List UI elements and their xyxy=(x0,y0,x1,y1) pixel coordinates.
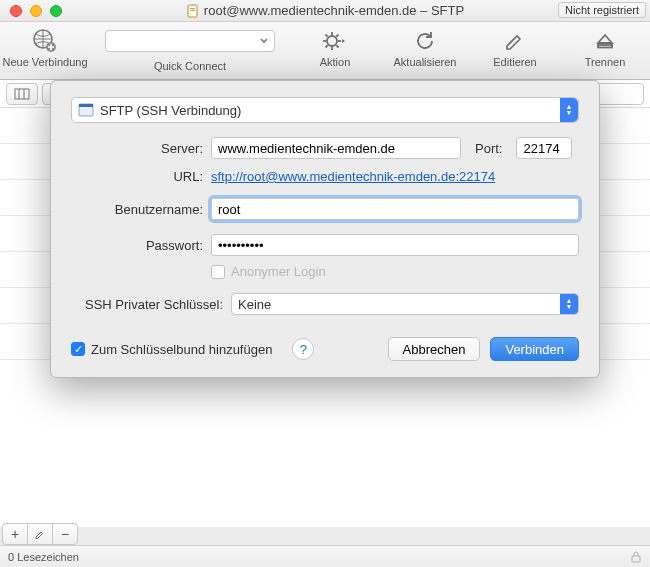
add-bookmark-button[interactable]: + xyxy=(2,523,28,545)
svg-line-13 xyxy=(336,35,338,37)
pencil-icon xyxy=(503,29,527,53)
anonymous-login-checkbox: Anonymer Login xyxy=(211,264,326,279)
refresh-label: Aktualisieren xyxy=(380,56,470,68)
status-bar: 0 Lesezeichen xyxy=(0,545,650,567)
username-input[interactable] xyxy=(211,198,579,220)
bookmarks-count: 0 Lesezeichen xyxy=(8,551,79,563)
add-keychain-label: Zum Schlüsselbund hinzufügen xyxy=(91,342,272,357)
port-input[interactable] xyxy=(516,137,572,159)
svg-line-12 xyxy=(326,45,328,47)
window-title: root@www.medientechnik-emden.de – SFTP xyxy=(204,3,464,18)
columns-icon xyxy=(14,88,30,100)
anonymous-login-label: Anonymer Login xyxy=(231,264,326,279)
add-keychain-checkbox[interactable]: Zum Schlüsselbund hinzufügen xyxy=(71,342,272,357)
checkbox-icon xyxy=(211,265,225,279)
svg-rect-21 xyxy=(632,556,640,562)
close-window-button[interactable] xyxy=(10,5,22,17)
cancel-button[interactable]: Abbrechen xyxy=(388,337,481,361)
checkbox-checked-icon xyxy=(71,342,85,356)
minus-icon: − xyxy=(61,526,69,542)
svg-rect-20 xyxy=(79,104,93,107)
svg-rect-14 xyxy=(598,45,612,48)
edit-bookmark-button[interactable] xyxy=(27,523,53,545)
refresh-button[interactable]: Aktualisieren xyxy=(380,26,470,68)
bottom-button-group: + − xyxy=(2,523,78,545)
port-label: Port: xyxy=(475,141,510,156)
gear-icon xyxy=(321,30,349,52)
window-controls xyxy=(0,5,62,17)
minimize-window-button[interactable] xyxy=(30,5,42,17)
password-label: Passwort: xyxy=(71,238,211,253)
action-button[interactable]: Aktion xyxy=(290,26,380,68)
document-icon xyxy=(186,4,200,18)
chevron-down-icon xyxy=(258,34,270,48)
quick-connect-combo[interactable] xyxy=(105,30,275,52)
svg-rect-1 xyxy=(190,8,195,9)
ssh-key-value: Keine xyxy=(238,297,271,312)
eject-icon xyxy=(593,29,617,53)
url-link[interactable]: sftp://root@www.medientechnik-emden.de:2… xyxy=(211,169,495,184)
quick-connect-label: Quick Connect xyxy=(90,60,290,72)
chevron-updown-icon: ▲▼ xyxy=(560,98,578,122)
globe-plus-icon xyxy=(31,27,59,55)
svg-rect-2 xyxy=(190,10,195,11)
url-label: URL: xyxy=(71,169,211,184)
ssh-key-select[interactable]: Keine ▲▼ xyxy=(231,293,579,315)
pencil-icon xyxy=(34,528,46,540)
svg-line-11 xyxy=(336,45,338,47)
svg-rect-0 xyxy=(188,5,197,17)
zoom-window-button[interactable] xyxy=(50,5,62,17)
disk-icon xyxy=(78,102,94,118)
disconnect-button[interactable]: Trennen xyxy=(560,26,650,68)
titlebar: root@www.medientechnik-emden.de – SFTP N… xyxy=(0,0,650,22)
view-bookmarks-button[interactable] xyxy=(6,83,38,105)
action-label: Aktion xyxy=(290,56,380,68)
edit-label: Editieren xyxy=(470,56,560,68)
new-connection-label: Neue Verbindung xyxy=(0,56,90,68)
toolbar: Neue Verbindung Quick Connect Aktion Akt… xyxy=(0,22,650,80)
password-input[interactable] xyxy=(211,234,579,256)
chevron-updown-icon: ▲▼ xyxy=(560,294,578,314)
svg-rect-15 xyxy=(15,89,29,99)
connect-button[interactable]: Verbinden xyxy=(490,337,579,361)
connection-sheet: SFTP (SSH Verbindung) ▲▼ Server: Port: U… xyxy=(50,80,600,378)
lock-icon xyxy=(630,550,642,564)
protocol-select[interactable]: SFTP (SSH Verbindung) ▲▼ xyxy=(71,97,579,123)
not-registered-badge[interactable]: Nicht registriert xyxy=(558,2,646,18)
server-input[interactable] xyxy=(211,137,461,159)
edit-button[interactable]: Editieren xyxy=(470,26,560,68)
username-label: Benutzername: xyxy=(71,202,211,217)
svg-point-5 xyxy=(327,36,337,46)
remove-bookmark-button[interactable]: − xyxy=(52,523,78,545)
server-label: Server: xyxy=(71,141,211,156)
quick-connect: Quick Connect xyxy=(90,26,290,72)
help-button[interactable]: ? xyxy=(292,338,314,360)
svg-line-10 xyxy=(326,35,328,37)
new-connection-button[interactable]: Neue Verbindung xyxy=(0,26,90,68)
disconnect-label: Trennen xyxy=(560,56,650,68)
ssh-key-label: SSH Privater Schlüssel: xyxy=(71,297,231,312)
protocol-value: SFTP (SSH Verbindung) xyxy=(100,103,241,118)
plus-icon: + xyxy=(11,526,19,542)
refresh-icon xyxy=(413,29,437,53)
